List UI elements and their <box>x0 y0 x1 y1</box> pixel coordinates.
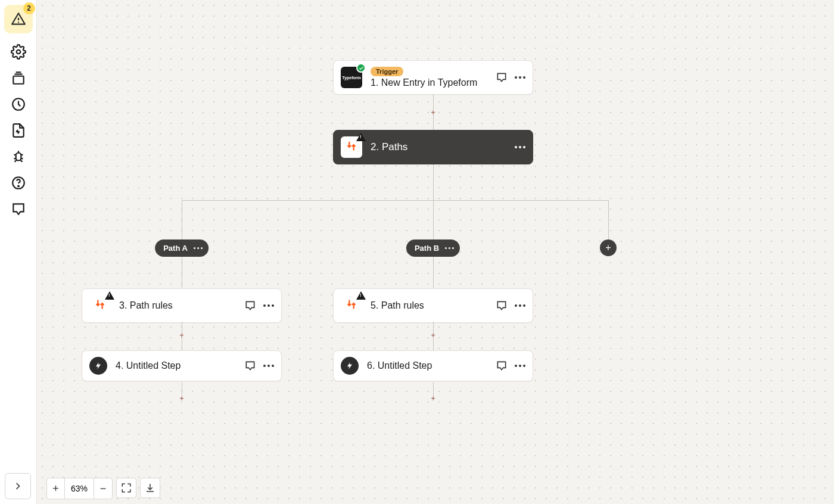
download-icon <box>145 483 155 493</box>
help-icon[interactable] <box>11 175 26 191</box>
more-icon[interactable] <box>263 304 274 307</box>
history-icon[interactable] <box>11 97 26 112</box>
more-icon[interactable] <box>445 247 454 249</box>
add-step-button[interactable]: + <box>178 394 186 402</box>
fit-icon <box>121 483 132 493</box>
connector <box>182 200 608 201</box>
zap-file-icon[interactable] <box>11 123 26 138</box>
more-icon[interactable] <box>263 365 274 367</box>
path-label: Path B <box>415 244 439 253</box>
zoom-toolbar: + 63% − <box>46 478 160 499</box>
comment-icon[interactable] <box>496 71 508 83</box>
typeform-app-icon: Typeform <box>341 67 362 88</box>
zoom-level[interactable]: 63% <box>65 478 94 499</box>
add-step-button[interactable]: + <box>429 331 437 339</box>
node-title: 3. Path rules <box>119 300 238 311</box>
fit-screen-button[interactable] <box>116 478 136 498</box>
versions-icon[interactable] <box>11 70 26 86</box>
warning-triangle-icon <box>11 11 26 27</box>
settings-icon[interactable] <box>11 44 26 60</box>
zoom-out-button[interactable]: − <box>94 478 112 499</box>
node-title: 2. Paths <box>371 141 509 153</box>
paths-icon <box>89 295 111 316</box>
more-icon[interactable] <box>194 247 203 249</box>
action-bolt-icon <box>341 357 359 375</box>
add-step-button[interactable]: + <box>429 108 437 116</box>
svg-line-13 <box>14 160 16 161</box>
warning-badge-icon <box>356 133 366 141</box>
comment-icon[interactable] <box>496 300 508 312</box>
path-label: Path A <box>163 244 188 253</box>
add-path-button[interactable]: + <box>600 239 617 256</box>
workflow-canvas[interactable]: Typeform Trigger 1. New Entry in Typefor… <box>37 0 834 504</box>
paths-icon <box>341 295 362 316</box>
chevron-right-icon <box>12 480 24 492</box>
node-untitled-b[interactable]: 6. Untitled Step <box>333 350 533 381</box>
comment-icon[interactable] <box>496 360 508 372</box>
more-icon[interactable] <box>515 146 525 148</box>
more-icon[interactable] <box>515 304 525 307</box>
expand-sidebar-button[interactable] <box>5 473 31 499</box>
add-step-button[interactable]: + <box>178 331 186 339</box>
sidebar-alerts[interactable]: 2 <box>4 5 33 33</box>
alert-count-badge: 2 <box>23 2 35 14</box>
zoom-in-button[interactable]: + <box>47 478 65 499</box>
comment-icon[interactable] <box>244 360 256 372</box>
node-title: 1. New Entry in Typeform <box>371 77 490 88</box>
trigger-pill: Trigger <box>371 67 403 76</box>
debug-icon[interactable] <box>11 149 26 164</box>
add-step-button[interactable]: + <box>429 394 437 402</box>
svg-point-2 <box>16 50 20 54</box>
node-path-rules-a[interactable]: 3. Path rules <box>82 288 282 323</box>
more-icon[interactable] <box>515 76 525 79</box>
node-path-rules-b[interactable]: 5. Path rules <box>333 288 533 323</box>
path-b-pill[interactable]: Path B <box>406 239 460 257</box>
node-title: 5. Path rules <box>371 300 490 311</box>
node-title: 6. Untitled Step <box>367 360 490 371</box>
node-untitled-a[interactable]: 4. Untitled Step <box>82 350 282 381</box>
node-trigger[interactable]: Typeform Trigger 1. New Entry in Typefor… <box>333 60 533 95</box>
warning-badge-icon <box>356 291 366 300</box>
action-bolt-icon <box>89 357 107 375</box>
svg-rect-3 <box>13 76 23 84</box>
check-badge-icon <box>356 63 366 73</box>
comment-icon[interactable] <box>11 201 26 217</box>
svg-point-16 <box>18 186 19 187</box>
more-icon[interactable] <box>515 365 525 367</box>
svg-point-1 <box>17 21 18 23</box>
paths-icon <box>341 136 362 158</box>
path-a-pill[interactable]: Path A <box>155 239 208 257</box>
comment-icon[interactable] <box>244 300 256 312</box>
svg-rect-7 <box>15 153 21 161</box>
node-title: 4. Untitled Step <box>116 360 238 371</box>
svg-line-14 <box>20 160 22 161</box>
warning-badge-icon <box>105 291 114 300</box>
node-paths[interactable]: 2. Paths <box>333 130 533 164</box>
sidebar: 2 <box>0 0 37 504</box>
export-button[interactable] <box>140 478 160 498</box>
connector <box>433 164 434 200</box>
